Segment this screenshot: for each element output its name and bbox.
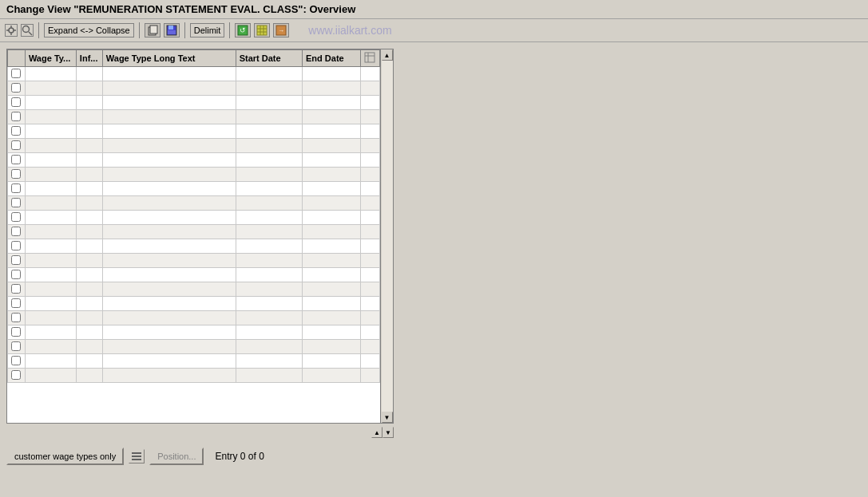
table-row[interactable] [8,211,380,225]
hscroll-up-btn[interactable]: ▲ [371,427,382,438]
cell-inf [76,96,102,110]
row-checkbox[interactable] [8,311,26,325]
cell-wagety [25,124,76,139]
toolbar: Expand <-> Collapse Delimit ↺ [0,19,868,42]
cell-icon [361,282,380,297]
svg-point-5 [23,26,30,33]
row-checkbox[interactable] [8,67,26,81]
expand-collapse-button[interactable]: Expand <-> Collapse [44,23,134,37]
row-checkbox[interactable] [8,196,26,211]
cell-inf [76,153,102,168]
row-checkbox[interactable] [8,124,26,139]
row-checkbox[interactable] [8,225,26,239]
row-checkbox[interactable] [8,182,26,196]
cell-longtext [102,211,236,225]
table-row[interactable] [8,369,380,383]
refresh-icon[interactable]: ↺ [235,23,251,37]
table-row[interactable] [8,124,380,139]
table-row[interactable] [8,196,380,211]
cell-icon [361,354,380,369]
cell-wagety [25,254,76,268]
search-icon[interactable] [21,24,34,37]
table-row[interactable] [8,81,380,96]
table-row[interactable] [8,139,380,153]
table-row[interactable] [8,239,380,254]
cell-wagety [25,168,76,182]
table-row[interactable] [8,297,380,311]
table-icon[interactable] [254,23,270,37]
position-label: Position... [157,452,196,461]
cell-inf [76,254,102,268]
table-row[interactable] [8,340,380,354]
row-checkbox[interactable] [8,369,26,383]
table-row[interactable] [8,153,380,168]
cell-wagety [25,325,76,340]
cell-inf [76,139,102,153]
table-row[interactable] [8,254,380,268]
table-row[interactable] [8,168,380,182]
delimit-button[interactable]: Delimit [190,23,225,37]
cell-enddate [303,369,361,383]
row-checkbox[interactable] [8,239,26,254]
row-checkbox[interactable] [8,153,26,168]
export-icon[interactable]: → [273,23,289,37]
row-checkbox[interactable] [8,282,26,297]
position-icon-btn[interactable] [129,449,145,463]
cell-longtext [102,311,236,325]
cell-enddate [303,340,361,354]
table-row[interactable] [8,110,380,124]
svg-rect-14 [257,26,267,35]
row-checkbox[interactable] [8,96,26,110]
toolbar-sep-3 [184,22,185,38]
cell-enddate [303,268,361,282]
scrollbar-vertical[interactable]: ▲ ▼ [380,49,393,423]
table-row[interactable] [8,282,380,297]
cell-enddate [303,196,361,211]
row-checkbox[interactable] [8,168,26,182]
main-table: Wage Ty... Inf... Wage Type Long Text St… [7,49,380,383]
hscroll-down-btn[interactable]: ▼ [382,427,394,438]
cell-wagety [25,268,76,282]
scroll-down-arrow[interactable]: ▼ [382,412,393,423]
cell-inf [76,182,102,196]
cell-startdate [236,282,302,297]
table-row[interactable] [8,268,380,282]
cell-longtext [102,268,236,282]
title-bar: Change View "REMUNERATION STATEMENT EVAL… [0,0,868,19]
cell-inf [76,354,102,369]
cell-inf [76,196,102,211]
row-checkbox[interactable] [8,211,26,225]
save-icon[interactable] [164,23,180,37]
copy-icon[interactable] [145,23,161,37]
table-row[interactable] [8,225,380,239]
row-checkbox[interactable] [8,139,26,153]
table-row[interactable] [8,311,380,325]
col-header-tableconfig[interactable] [361,50,380,67]
cell-enddate [303,254,361,268]
settings-icon[interactable] [5,24,18,37]
row-checkbox[interactable] [8,354,26,369]
scroll-up-arrow[interactable]: ▲ [382,49,393,61]
table-row[interactable] [8,325,380,340]
cell-startdate [236,196,302,211]
cell-startdate [236,139,302,153]
table-row[interactable] [8,354,380,369]
customer-wage-types-button[interactable]: customer wage types only [6,448,124,465]
row-checkbox[interactable] [8,297,26,311]
cell-longtext [102,340,236,354]
table-row[interactable] [8,67,380,81]
row-checkbox[interactable] [8,110,26,124]
row-checkbox[interactable] [8,268,26,282]
table-row[interactable] [8,96,380,110]
delimit-label: Delimit [194,26,221,35]
position-button[interactable]: Position... [149,448,204,465]
bottom-bar: customer wage types only Position... Ent… [6,444,862,468]
row-checkbox[interactable] [8,340,26,354]
row-checkbox[interactable] [8,81,26,96]
row-checkbox[interactable] [8,325,26,340]
row-checkbox[interactable] [8,254,26,268]
cell-longtext [102,96,236,110]
cell-longtext [102,254,236,268]
cell-icon [361,268,380,282]
table-row[interactable] [8,182,380,196]
